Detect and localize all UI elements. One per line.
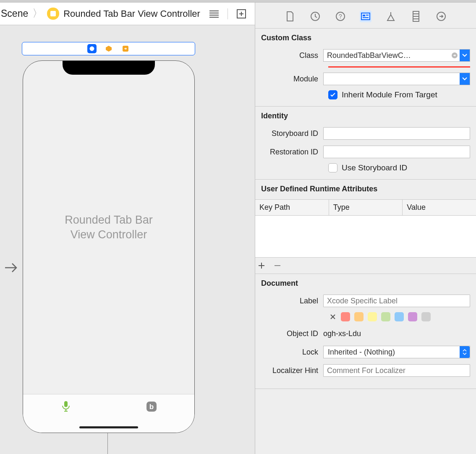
module-dropdown-icon[interactable] — [460, 73, 470, 85]
scene-selection-bar[interactable] — [22, 42, 195, 55]
custom-class-title: Custom Class — [261, 34, 470, 42]
class-label: Class — [261, 51, 323, 60]
color-blue[interactable] — [395, 312, 404, 321]
use-storyboard-id-checkbox[interactable] — [328, 163, 337, 172]
identity-inspector-tab-icon[interactable] — [360, 10, 371, 22]
clear-color-icon[interactable] — [329, 313, 337, 321]
lock-select[interactable]: Inherited - (Nothing) — [323, 346, 470, 358]
canvas-column: Scene 〉 Rounded Tab Bar View Controller — [0, 3, 255, 454]
storyboard-id-label: Storyboard ID — [261, 129, 323, 138]
module-value — [324, 73, 460, 85]
color-red[interactable] — [341, 312, 350, 321]
svg-text:b: b — [149, 403, 154, 411]
view-controller-selected-icon[interactable] — [87, 44, 97, 53]
device-frame[interactable]: Rounded Tab Bar View Controller b — [23, 60, 195, 433]
localizer-hint-label: Localizer Hint — [261, 366, 323, 375]
chevron-right-icon: 〉 — [32, 6, 43, 20]
storyboard-id-input[interactable] — [323, 127, 470, 140]
history-inspector-tab-icon[interactable] — [309, 10, 321, 22]
scene-wrapper: Rounded Tab Bar View Controller b — [22, 42, 195, 433]
class-highlight-underline — [328, 66, 470, 68]
svg-rect-10 — [363, 15, 365, 16]
color-gray[interactable] — [421, 312, 431, 321]
size-inspector-tab-icon[interactable] — [410, 10, 422, 22]
label-color-row — [329, 312, 470, 321]
breadcrumb-bar: Scene 〉 Rounded Tab Bar View Controller — [0, 3, 255, 25]
lock-value: Inherited - (Nothing) — [324, 348, 460, 357]
lock-label: Lock — [261, 348, 323, 357]
document-title: Document — [261, 279, 470, 288]
entry-arrow-icon[interactable] — [4, 262, 17, 274]
svg-rect-3 — [64, 401, 68, 407]
class-combo[interactable]: RoundedTabBarViewC… — [323, 49, 470, 62]
restoration-id-input[interactable] — [323, 146, 470, 158]
color-purple[interactable] — [408, 312, 417, 321]
inspector-panel: ? Custom Class Class RoundedTabBarViewC… — [255, 3, 476, 454]
svg-point-1 — [90, 47, 94, 51]
document-section: Document Label Object ID o — [255, 274, 476, 389]
col-type[interactable]: Type — [329, 200, 403, 215]
add-panel-icon[interactable] — [235, 8, 247, 20]
custom-class-section: Custom Class Class RoundedTabBarViewC… M… — [255, 29, 476, 107]
document-label-label: Label — [261, 297, 323, 305]
identity-title: Identity — [261, 112, 470, 120]
inspector-tab-bar: ? — [255, 3, 476, 29]
class-jump-icon[interactable] — [450, 50, 460, 61]
object-id-value: ogh-xs-Ldu — [323, 329, 361, 338]
toolbar-separator — [228, 8, 228, 19]
runtime-table-header: Key Path Type Value — [255, 199, 476, 216]
exit-icon[interactable] — [121, 44, 130, 53]
breadcrumb-title[interactable]: Rounded Tab Bar View Controller — [63, 8, 200, 19]
runtime-table-body[interactable] — [255, 216, 476, 258]
remove-attribute-button[interactable] — [273, 261, 282, 270]
svg-text:?: ? — [339, 13, 342, 20]
help-inspector-tab-icon[interactable]: ? — [335, 10, 346, 22]
module-label: Module — [261, 75, 323, 83]
breadcrumb-scene[interactable]: Scene — [0, 8, 28, 19]
outline-mode-icon[interactable] — [208, 8, 220, 20]
file-inspector-tab-icon[interactable] — [284, 10, 296, 22]
class-dropdown-icon[interactable] — [460, 50, 470, 61]
object-id-label: Object ID — [261, 329, 323, 338]
identity-section: Identity Storyboard ID Restoration ID Us… — [255, 107, 476, 180]
module-combo[interactable] — [323, 73, 470, 85]
color-green[interactable] — [381, 312, 390, 321]
b-tab-icon[interactable]: b — [145, 400, 158, 413]
localizer-hint-input[interactable] — [323, 364, 470, 377]
runtime-attributes-title: User Defined Runtime Attributes — [255, 185, 476, 193]
restoration-id-label: Restoration ID — [261, 148, 323, 157]
connections-inspector-tab-icon[interactable] — [435, 10, 447, 22]
inherit-module-checkbox[interactable] — [328, 90, 337, 99]
microphone-tab-icon[interactable] — [60, 400, 72, 413]
device-content-area: Rounded Tab Bar View Controller — [23, 61, 194, 394]
class-value: RoundedTabBarViewC… — [324, 50, 450, 61]
inherit-module-label: Inherit Module From Target — [342, 90, 437, 99]
color-yellow[interactable] — [368, 312, 377, 321]
canvas-area[interactable]: Rounded Tab Bar View Controller b — [0, 25, 255, 454]
attributes-inspector-tab-icon[interactable] — [385, 10, 397, 22]
use-storyboard-id-label: Use Storyboard ID — [342, 163, 407, 172]
view-controller-icon — [47, 8, 59, 20]
placeholder-label: Rounded Tab Bar View Controller — [65, 213, 153, 242]
col-keypath[interactable]: Key Path — [255, 200, 329, 215]
color-orange[interactable] — [354, 312, 364, 321]
home-indicator — [79, 426, 138, 428]
col-value[interactable]: Value — [403, 200, 476, 215]
document-label-input[interactable] — [323, 295, 470, 307]
add-attribute-button[interactable] — [257, 261, 266, 270]
segue-tail-line — [107, 433, 108, 454]
lock-stepper-icon[interactable] — [460, 346, 470, 358]
first-responder-icon[interactable] — [104, 44, 113, 53]
runtime-attributes-section: User Defined Runtime Attributes Key Path… — [255, 180, 476, 274]
